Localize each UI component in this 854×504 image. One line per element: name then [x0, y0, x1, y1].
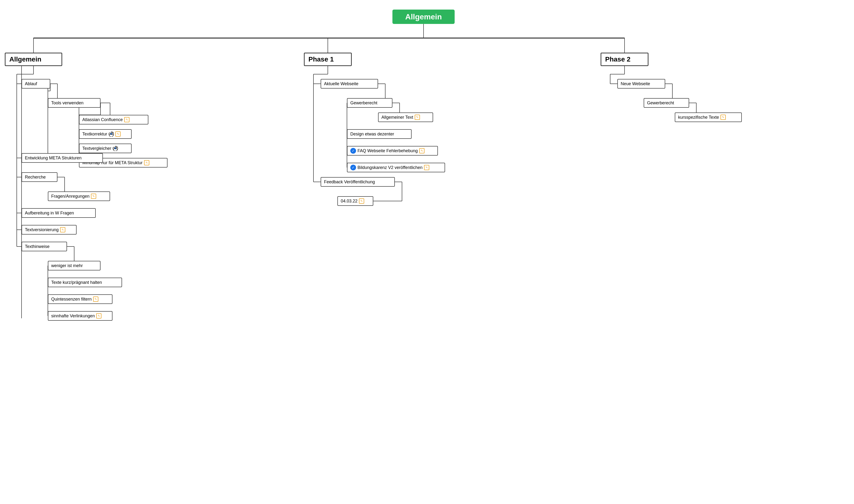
edit-icon-mindmap[interactable]: ✎: [144, 160, 149, 165]
node-textversionierung[interactable]: Textversionierung ✎: [21, 225, 76, 235]
node-gewerberecht2[interactable]: Gewerberecht: [644, 98, 689, 108]
node-recherche[interactable]: Recherche: [21, 172, 57, 182]
node-quintessenzen[interactable]: Quintessenzen filtern ✎: [48, 294, 112, 304]
node-fragen[interactable]: Fragen/Anregungen ✎: [48, 192, 110, 201]
node-confluence[interactable]: Atlassian Confluence ✎: [79, 115, 148, 124]
node-texthinweise[interactable]: Texthinweise: [21, 242, 67, 251]
edit-icon-textkorrektur[interactable]: ✎: [115, 131, 121, 137]
phase2-label: Phase 2: [605, 55, 631, 63]
node-texte-kurz[interactable]: Texte kurz/prägnant halten: [48, 277, 122, 287]
allgemein-label: Allgemein: [9, 55, 41, 63]
node-entwicklung[interactable]: Entwicklung META Strukturen: [21, 153, 103, 163]
edit-icon-fragen[interactable]: ✎: [91, 194, 96, 199]
node-textvergleicher[interactable]: Textvergleicher: [79, 144, 132, 153]
edit-icon-allgtext[interactable]: ✎: [415, 115, 420, 120]
check-icon-faq: ✓: [350, 148, 356, 154]
node-ablauf[interactable]: Ablauf: [21, 79, 50, 89]
node-faq[interactable]: ✓ FAQ Webseite Fehlerbehebung ✎: [347, 146, 438, 156]
node-bildungskarenz[interactable]: ✓ Bildungskarenz V2 veröffentlichen ✎: [347, 163, 445, 172]
node-weniger[interactable]: weniger ist mehr: [48, 261, 101, 270]
edit-icon-confluence[interactable]: ✎: [124, 117, 129, 122]
chrome-icon-textvergleicher: [113, 146, 118, 151]
node-textkorrektur[interactable]: Textkorrektur ✎: [79, 129, 132, 139]
edit-icon-kursspezifisch[interactable]: ✎: [721, 115, 726, 120]
node-neue[interactable]: Neue Webseite: [617, 79, 665, 89]
node-design[interactable]: Design etwas dezenter: [347, 129, 412, 139]
edit-icon-sinnhafte[interactable]: ✎: [96, 313, 102, 319]
edit-icon-bildungskarenz[interactable]: ✎: [424, 165, 429, 170]
edit-icon-faq[interactable]: ✎: [419, 148, 424, 154]
chrome-icon-textkorrektur: [109, 131, 114, 137]
check-icon-bildungskarenz: ✓: [350, 165, 356, 170]
node-aktuelle[interactable]: Aktuelle Webseite: [321, 79, 378, 89]
node-aufbereitung[interactable]: Aufbereitung in W Fragen: [21, 208, 96, 218]
edit-icon-quintessenzen[interactable]: ✎: [93, 296, 98, 302]
root-label: Allgemein: [405, 13, 442, 21]
all-connectors: line, path { stroke: #333; stroke-width:…: [0, 0, 854, 504]
connectors-main: [0, 0, 854, 504]
phase1-label: Phase 1: [308, 55, 334, 63]
node-date[interactable]: 04.03.22 ✎: [338, 196, 373, 206]
node-tools[interactable]: Tools verwenden: [48, 98, 101, 108]
connectors-svg: [0, 0, 854, 504]
phase2-header[interactable]: Phase 2: [601, 53, 649, 66]
node-allgtext[interactable]: Allgemeiner Text ✎: [378, 112, 433, 122]
edit-icon-date[interactable]: ✎: [359, 198, 364, 204]
node-sinnhafte[interactable]: sinnhafte Verlinkungen ✎: [48, 311, 112, 321]
phase1-header[interactable]: Phase 1: [304, 53, 352, 66]
node-gewerberecht1[interactable]: Gewerberecht: [347, 98, 393, 108]
edit-icon-textversionierung[interactable]: ✎: [60, 227, 65, 232]
root-node[interactable]: Allgemein: [393, 10, 455, 24]
allgemein-header[interactable]: Allgemein: [5, 53, 62, 66]
node-kursspezifisch[interactable]: kursspezifische Texte ✎: [675, 112, 742, 122]
node-feedback[interactable]: Feedback Veröffentlichung: [321, 177, 395, 187]
mindmap-container: line, path { stroke: #333; stroke-width:…: [0, 0, 854, 504]
